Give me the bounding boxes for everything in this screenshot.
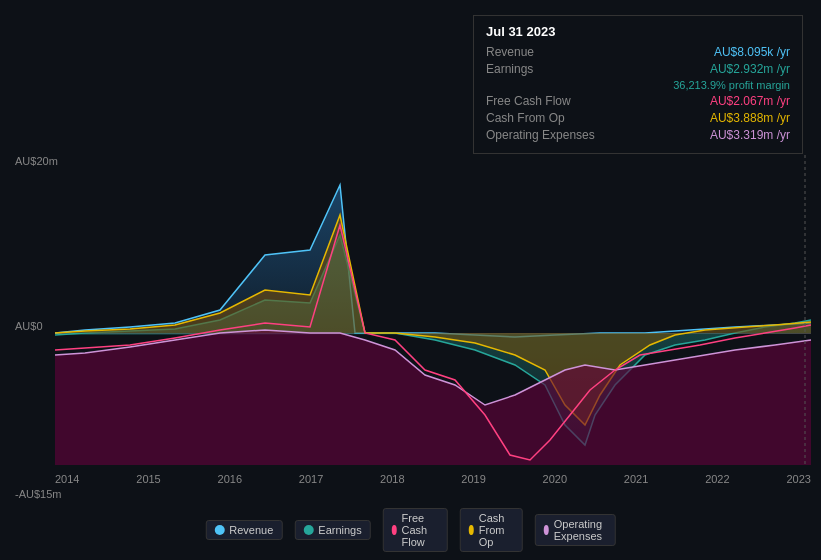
legend: Revenue Earnings Free Cash Flow Cash Fro… bbox=[205, 508, 616, 552]
tooltip-earnings-row: Earnings AU$2.932m /yr bbox=[486, 62, 790, 76]
x-label-2019: 2019 bbox=[461, 473, 485, 485]
y-axis-bottom: -AU$15m bbox=[15, 488, 61, 500]
legend-cashfromop-dot bbox=[469, 525, 474, 535]
tooltip-cashfromop-label: Cash From Op bbox=[486, 111, 565, 125]
revenue-line bbox=[55, 185, 811, 337]
tooltip-opex-row: Operating Expenses AU$3.319m /yr bbox=[486, 128, 790, 142]
tooltip-profit-margin: 36,213.9% profit margin bbox=[673, 79, 790, 91]
legend-earnings-label: Earnings bbox=[318, 524, 361, 536]
tooltip-earnings-value: AU$2.932m /yr bbox=[710, 62, 790, 76]
x-label-2014: 2014 bbox=[55, 473, 79, 485]
legend-fcf[interactable]: Free Cash Flow bbox=[383, 508, 448, 552]
legend-cashfromop-label: Cash From Op bbox=[479, 512, 514, 548]
legend-fcf-label: Free Cash Flow bbox=[402, 512, 439, 548]
tooltip-fcf-value: AU$2.067m /yr bbox=[710, 94, 790, 108]
x-label-2023: 2023 bbox=[786, 473, 810, 485]
tooltip-cashfromop-row: Cash From Op AU$3.888m /yr bbox=[486, 111, 790, 125]
x-label-2016: 2016 bbox=[218, 473, 242, 485]
legend-earnings[interactable]: Earnings bbox=[294, 520, 370, 540]
legend-opex[interactable]: Operating Expenses bbox=[534, 514, 615, 546]
y-axis-zero: AU$0 bbox=[15, 320, 43, 332]
tooltip-revenue-label: Revenue bbox=[486, 45, 534, 59]
tooltip-earnings-label: Earnings bbox=[486, 62, 533, 76]
tooltip-cashfromop-value: AU$3.888m /yr bbox=[710, 111, 790, 125]
tooltip-opex-value: AU$3.319m /yr bbox=[710, 128, 790, 142]
x-axis: 2014 2015 2016 2017 2018 2019 2020 2021 … bbox=[55, 473, 811, 485]
tooltip-revenue-row: Revenue AU$8.095k /yr bbox=[486, 45, 790, 59]
legend-revenue-dot bbox=[214, 525, 224, 535]
legend-cashfromop[interactable]: Cash From Op bbox=[460, 508, 522, 552]
x-label-2018: 2018 bbox=[380, 473, 404, 485]
legend-opex-dot bbox=[543, 525, 548, 535]
legend-revenue[interactable]: Revenue bbox=[205, 520, 282, 540]
x-label-2022: 2022 bbox=[705, 473, 729, 485]
legend-fcf-dot bbox=[392, 525, 397, 535]
x-label-2017: 2017 bbox=[299, 473, 323, 485]
x-label-2015: 2015 bbox=[136, 473, 160, 485]
opex-fill bbox=[55, 330, 811, 465]
x-label-2020: 2020 bbox=[543, 473, 567, 485]
legend-opex-label: Operating Expenses bbox=[554, 518, 607, 542]
y-axis-top: AU$20m bbox=[15, 155, 58, 167]
revenue-fill bbox=[55, 185, 811, 337]
chart-svg bbox=[55, 155, 811, 465]
legend-earnings-dot bbox=[303, 525, 313, 535]
chart-area: AU$20m AU$0 -AU$15m bbox=[0, 155, 821, 505]
tooltip-opex-label: Operating Expenses bbox=[486, 128, 595, 142]
tooltip-fcf-label: Free Cash Flow bbox=[486, 94, 571, 108]
legend-revenue-label: Revenue bbox=[229, 524, 273, 536]
tooltip-title: Jul 31 2023 bbox=[486, 24, 790, 39]
tooltip-revenue-value: AU$8.095k /yr bbox=[714, 45, 790, 59]
tooltip-profit-margin-row: 36,213.9% profit margin bbox=[486, 79, 790, 91]
x-label-2021: 2021 bbox=[624, 473, 648, 485]
tooltip-fcf-row: Free Cash Flow AU$2.067m /yr bbox=[486, 94, 790, 108]
tooltip-panel: Jul 31 2023 Revenue AU$8.095k /yr Earnin… bbox=[473, 15, 803, 154]
